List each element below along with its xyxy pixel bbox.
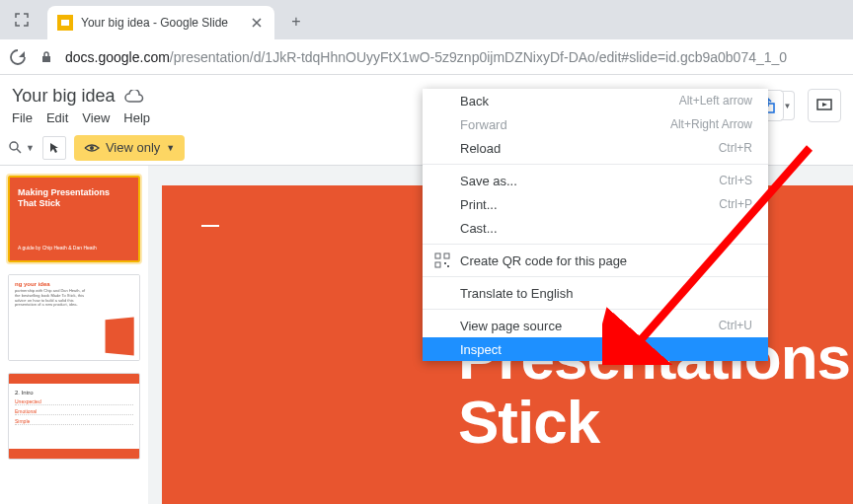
thumb2-text: partnership with Chip and Dan Heath, of … [15, 289, 86, 308]
close-icon[interactable] [249, 15, 265, 31]
ctx-inspect[interactable]: Inspect [423, 337, 768, 361]
svg-rect-8 [435, 262, 440, 267]
menu-help[interactable]: Help [123, 110, 150, 125]
browser-tab[interactable]: Your big idea - Google Slide [47, 6, 274, 39]
tab-title: Your big idea - Google Slide [81, 16, 241, 30]
thumb3-item: Emotional [15, 408, 133, 415]
menu-view[interactable]: View [82, 110, 110, 125]
ctx-qr-code[interactable]: Create QR code for this page [423, 249, 768, 272]
thumb1-subtitle: A guide by Chip Heath & Dan Heath [18, 245, 130, 251]
ctx-forward: Forward Alt+Right Arrow [423, 112, 768, 136]
slide-title-line2: Stick [458, 388, 599, 456]
address-bar: docs.google.com/presentation/d/1JkR-tdqH… [0, 39, 853, 75]
expand-icon[interactable] [8, 6, 36, 34]
slides-favicon-icon [57, 15, 73, 31]
thumb3-item: Unexpected [15, 398, 133, 405]
ctx-translate[interactable]: Translate to English [423, 281, 768, 305]
thumb2-title: ng your idea [15, 281, 133, 287]
ctx-print[interactable]: Print... Ctrl+P [423, 192, 768, 216]
thumb3-title: 2. Intro [15, 390, 133, 396]
zoom-tool[interactable]: ▼ [8, 140, 35, 156]
url-path: /presentation/d/1JkR-tdqHhnOUyyFtX1wO-5z… [170, 49, 787, 65]
menu-edit[interactable]: Edit [46, 110, 68, 125]
svg-rect-10 [447, 265, 449, 267]
book-graphic [106, 317, 134, 355]
separator [423, 164, 768, 165]
view-only-label: View only [106, 140, 160, 155]
slide-thumb-3[interactable]: 2. Intro Unexpected Emotional Simple [8, 373, 140, 460]
accent-line [201, 225, 219, 227]
ctx-view-source[interactable]: View page source Ctrl+U [423, 314, 768, 337]
separator [423, 244, 768, 245]
ctx-save-as[interactable]: Save as... Ctrl+S [423, 169, 768, 192]
browser-titlebar: Your big idea - Google Slide + [0, 0, 853, 39]
view-only-badge[interactable]: View only ▼ [74, 135, 185, 161]
reload-icon[interactable] [8, 47, 28, 67]
slide-thumb-2[interactable]: ng your idea partnership with Chip and D… [8, 274, 140, 361]
svg-point-4 [10, 142, 18, 150]
eye-icon [84, 140, 100, 156]
select-tool[interactable] [42, 136, 66, 160]
url-display[interactable]: docs.google.com/presentation/d/1JkR-tdqH… [65, 49, 787, 65]
separator [423, 276, 768, 277]
svg-rect-7 [444, 253, 449, 258]
ctx-reload[interactable]: Reload Ctrl+R [423, 136, 768, 160]
menu-file[interactable]: File [12, 110, 33, 125]
thumb1-title: Making Presentations That Stick [18, 187, 130, 209]
svg-rect-9 [444, 262, 446, 264]
ctx-back[interactable]: Back Alt+Left arrow [423, 89, 768, 112]
slide-panel: Making Presentations That Stick A guide … [0, 166, 148, 504]
svg-rect-1 [42, 56, 50, 62]
menu-bar: File Edit View Help [12, 110, 150, 125]
svg-point-5 [90, 146, 94, 150]
separator [423, 309, 768, 310]
context-menu: Back Alt+Left arrow Forward Alt+Right Ar… [423, 89, 768, 361]
lock-icon [39, 50, 53, 64]
share-dropdown-icon[interactable]: ▼ [781, 91, 795, 120]
doc-title[interactable]: Your big idea [12, 86, 115, 107]
new-tab-button[interactable]: + [282, 8, 310, 36]
svg-rect-0 [61, 20, 69, 26]
url-host: docs.google.com [65, 49, 170, 65]
cloud-saved-icon[interactable] [124, 90, 144, 104]
slide-thumb-1[interactable]: Making Presentations That Stick A guide … [8, 176, 140, 262]
present-button[interactable] [808, 89, 841, 122]
ctx-cast[interactable]: Cast... [423, 216, 768, 240]
qr-icon [434, 252, 450, 268]
thumb3-item: Simple [15, 418, 133, 425]
svg-rect-6 [435, 253, 440, 258]
